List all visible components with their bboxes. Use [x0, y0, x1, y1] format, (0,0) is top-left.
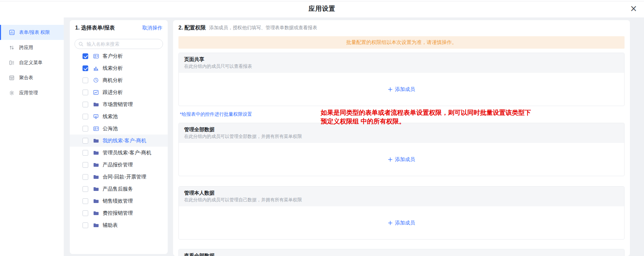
- group-description: 在此分组内的成员可以管理全部数据，并拥有所有菜单权限: [184, 134, 619, 139]
- add-member-button[interactable]: 添加成员: [388, 156, 415, 163]
- form-list-item[interactable]: 商机分析: [70, 74, 168, 86]
- search-input[interactable]: [86, 41, 159, 47]
- group-description: 在此分组内的成员可以管理自己数据，并拥有所有菜单权限: [184, 198, 619, 202]
- checkbox[interactable]: [83, 114, 88, 119]
- checkbox[interactable]: [83, 222, 88, 228]
- clock-icon: [93, 78, 99, 83]
- permission-group-card: 管理全部数据 在此分组内的成员可以管理全部数据，并拥有所有菜单权限 添加成员: [178, 123, 625, 176]
- group-card-header: 查看全部数据: [179, 249, 624, 256]
- group-card-body: 添加成员: [179, 143, 624, 176]
- cancel-action-link[interactable]: 取消操作: [142, 25, 162, 31]
- cross-app-icon: [9, 45, 15, 51]
- aggregate-table-icon: [9, 75, 15, 81]
- sidebar-item-form-report-permission[interactable]: 表单/报表 权限: [0, 25, 64, 40]
- form-list-label: 线索池: [103, 113, 118, 120]
- form-report-icon: [9, 30, 15, 36]
- sidebar-item-app-management[interactable]: 应用管理: [0, 85, 64, 100]
- form-list-label: 产品售后服务: [103, 186, 133, 192]
- permission-panel-subtitle: 添加成员，授权他们填写、管理表单数据或查看报表: [209, 25, 317, 31]
- group-description: 在此分组内的成员只可以查看报表: [184, 64, 619, 69]
- checkbox[interactable]: [83, 186, 88, 192]
- add-member-button[interactable]: 添加成员: [388, 220, 415, 226]
- form-list-label: 产品报价管理: [103, 162, 133, 168]
- add-member-label: 添加成员: [395, 220, 415, 226]
- custom-menu-icon: [9, 60, 15, 66]
- batch-permission-link[interactable]: *给报表中的控件进行批量权限设置: [180, 111, 252, 117]
- sidebar-item-label: 表单/报表 权限: [19, 30, 50, 36]
- form-list-label: 我的线索-客户-商机: [103, 138, 146, 144]
- checkbox[interactable]: [83, 174, 88, 180]
- folder-icon: [93, 199, 99, 203]
- checkbox[interactable]: [83, 53, 88, 59]
- folder-icon: [93, 187, 99, 191]
- checkbox[interactable]: [83, 126, 88, 132]
- folder-icon: [93, 102, 99, 107]
- form-list-item[interactable]: 合同-回款-开票管理: [70, 171, 168, 183]
- permission-panel-header: 2. 配置权限 添加成员，授权他们填写、管理表单数据或查看报表: [173, 20, 630, 36]
- sidebar-item-label: 聚合表: [19, 75, 33, 81]
- folder-icon: [93, 150, 99, 155]
- form-list-item[interactable]: 销售绩效管理: [70, 195, 168, 207]
- checkbox[interactable]: [83, 90, 88, 95]
- folder-icon: [93, 174, 99, 179]
- form-list-item[interactable]: 跟进分析: [70, 86, 168, 98]
- sidebar-item-custom-menu[interactable]: 自定义菜单: [0, 55, 64, 70]
- dialog-content: 表单/报表 权限 跨应用 自定义菜单 聚合表 应用管理: [0, 17, 644, 256]
- search-box[interactable]: [74, 39, 163, 49]
- checkbox[interactable]: [83, 138, 88, 144]
- top-divider: [0, 1, 644, 1]
- bar-chart-icon: [93, 66, 99, 71]
- folder-icon: [93, 211, 99, 215]
- form-list-item[interactable]: 产品报价管理: [70, 159, 168, 171]
- folder-icon: [93, 162, 99, 167]
- dialog-title: 应用设置: [0, 4, 644, 13]
- close-button[interactable]: ×: [628, 3, 639, 14]
- search-icon: [78, 42, 84, 47]
- form-list-label: 公海池: [103, 125, 118, 132]
- form-list-item[interactable]: 线索池: [70, 110, 168, 122]
- form-list-label: 辅助表: [103, 222, 118, 228]
- add-member-button[interactable]: 添加成员: [388, 86, 415, 93]
- app-settings-gear-icon: [9, 90, 15, 96]
- dialog-header: 应用设置 ×: [0, 0, 644, 17]
- checkbox[interactable]: [83, 210, 88, 216]
- group-title: 管理全部数据: [184, 127, 619, 132]
- group-card-body: 添加成员: [179, 206, 624, 239]
- form-list-label: 市场营销管理: [103, 101, 133, 108]
- form-panel-title: 1. 选择表单/报表: [75, 24, 115, 32]
- form-select-panel: 1. 选择表单/报表 取消操作 客户分析 线索分析 商机: [70, 20, 168, 254]
- form-list-item[interactable]: 辅助表: [70, 219, 168, 231]
- contact-card-icon: [93, 54, 99, 59]
- checkbox[interactable]: [83, 65, 88, 71]
- sidebar-item-label: 跨应用: [19, 45, 33, 51]
- permission-group-card: 管理本人数据 在此分组内的成员可以管理自己数据，并拥有所有菜单权限 添加成员: [178, 186, 625, 240]
- plus-icon: [388, 157, 392, 162]
- sidebar: 表单/报表 权限 跨应用 自定义菜单 聚合表 应用管理: [0, 17, 64, 256]
- form-list-item[interactable]: 客户分析: [70, 50, 168, 62]
- checkbox[interactable]: [83, 150, 88, 156]
- group-title: 页面共享: [184, 57, 619, 62]
- sidebar-item-label: 应用管理: [19, 90, 38, 96]
- form-list-item-highlighted[interactable]: 我的线索-客户-商机: [70, 135, 168, 147]
- checkbox[interactable]: [83, 78, 88, 83]
- form-list-label: 管理员线索-客户-商机: [103, 150, 151, 156]
- permission-panel-title: 2. 配置权限: [178, 24, 206, 32]
- checkbox[interactable]: [83, 198, 88, 204]
- warning-banner: 批量配置的权限组以本次设置为准，请谨慎操作。: [178, 36, 625, 49]
- form-list-label: 费控报销管理: [103, 210, 133, 216]
- form-list-label: 销售绩效管理: [103, 198, 133, 204]
- form-list-item[interactable]: 产品售后服务: [70, 183, 168, 195]
- form-list-item[interactable]: 公海池: [70, 122, 168, 135]
- form-list-item[interactable]: 管理员线索-客户-商机: [70, 147, 168, 159]
- checkbox[interactable]: [83, 162, 88, 168]
- add-member-label: 添加成员: [395, 156, 415, 163]
- sidebar-item-aggregate-table[interactable]: 聚合表: [0, 70, 64, 85]
- plus-icon: [388, 221, 392, 225]
- form-list-item[interactable]: 费控报销管理: [70, 207, 168, 219]
- checkbox[interactable]: [83, 102, 88, 107]
- sidebar-item-cross-app[interactable]: 跨应用: [0, 40, 64, 55]
- form-list-item[interactable]: 线索分析: [70, 62, 168, 74]
- permission-group-card: 查看全部数据: [178, 249, 625, 256]
- folder-icon: [93, 223, 99, 227]
- form-list-item[interactable]: 市场营销管理: [70, 98, 168, 110]
